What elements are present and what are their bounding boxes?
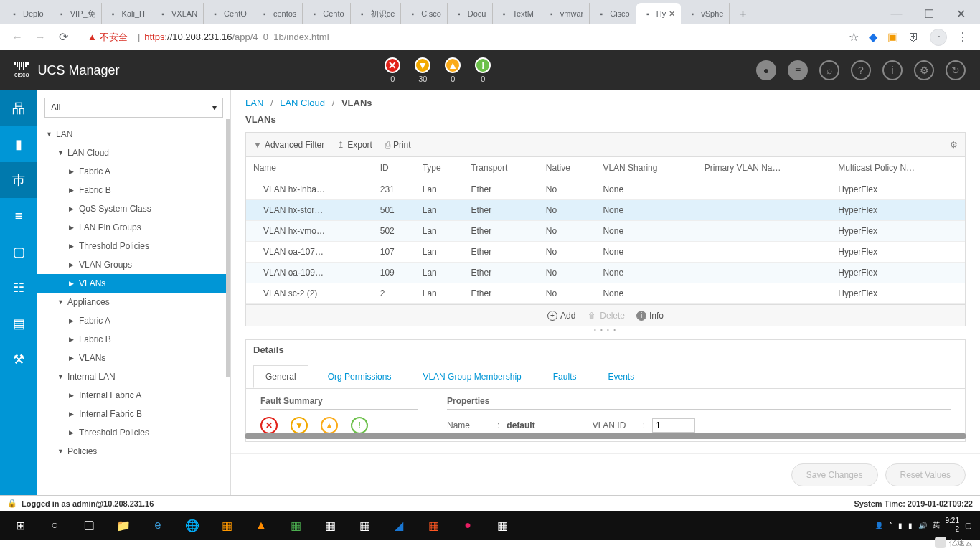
save-changes-button[interactable]: Save Changes: [791, 463, 878, 486]
browser-tab[interactable]: ▪TextM: [493, 3, 540, 24]
tree-item[interactable]: ▼LAN: [37, 125, 230, 143]
column-header[interactable]: Multicast Policy N…: [831, 157, 965, 179]
info-button[interactable]: iInfo: [636, 311, 664, 321]
file-explorer-icon[interactable]: 📁: [106, 511, 141, 540]
cortana-icon[interactable]: ○: [37, 511, 72, 540]
tree-item[interactable]: ▶Internal Fabric B: [37, 405, 230, 423]
vlan-id-input[interactable]: [652, 418, 695, 433]
rail-servers[interactable]: ▮: [0, 126, 37, 162]
task-view-icon[interactable]: ❏: [72, 511, 106, 540]
tree-item[interactable]: ▶Threshold Policies: [37, 423, 230, 442]
start-button[interactable]: ⊞: [3, 511, 37, 540]
reset-values-button[interactable]: Reset Values: [885, 463, 966, 486]
browser-tab[interactable]: ▪初识ce: [351, 3, 402, 24]
profile-avatar[interactable]: r: [930, 29, 947, 46]
splitter-handle[interactable]: • • • •: [231, 326, 980, 332]
tree-item[interactable]: ▼Internal LAN: [37, 367, 230, 386]
tray-volume-icon[interactable]: 🔊: [918, 522, 927, 529]
rail-san[interactable]: ≡: [0, 198, 37, 234]
tray-network-icon[interactable]: ▮: [908, 522, 913, 529]
tray-ime[interactable]: 英: [933, 520, 940, 530]
column-header[interactable]: Native: [539, 157, 596, 179]
browser-tab[interactable]: ▪Cisco: [590, 3, 636, 24]
calendar-icon[interactable]: ▦: [278, 511, 313, 540]
chrome-icon[interactable]: 🌐: [175, 511, 209, 540]
column-header[interactable]: ID: [373, 157, 415, 179]
column-header[interactable]: VLAN Sharing: [595, 157, 697, 179]
tray-clock[interactable]: 9:21 2: [946, 517, 959, 534]
maximize-button[interactable]: ☐: [913, 3, 945, 24]
app-icon-3[interactable]: ●: [451, 511, 485, 540]
new-tab-button[interactable]: +: [732, 4, 753, 24]
menu-icon[interactable]: ⋮: [957, 30, 969, 44]
tray-people-icon[interactable]: 👤: [875, 522, 883, 529]
tree-item[interactable]: ▶Fabric B: [37, 330, 230, 349]
browser-tab[interactable]: ▪Kali_H: [102, 3, 151, 24]
detail-tab[interactable]: VLAN Group Membership: [410, 365, 533, 388]
table-row[interactable]: VLAN oa-109…109LanEtherNoNoneHyperFlex: [246, 263, 965, 283]
rail-admin[interactable]: ⚒: [0, 342, 37, 377]
tree-item[interactable]: ▶VLANs: [37, 349, 230, 367]
vm-icon[interactable]: ▦: [416, 511, 451, 540]
back-button[interactable]: ←: [7, 27, 27, 47]
column-header[interactable]: Primary VLAN Na…: [697, 157, 831, 179]
browser-tab[interactable]: ▪vSphe: [681, 3, 730, 24]
advanced-filter-button[interactable]: ▼Advanced Filter: [253, 140, 324, 150]
tree-item[interactable]: ▼Policies: [37, 442, 230, 461]
fault-minor-icon[interactable]: ▲: [321, 417, 338, 434]
user-icon[interactable]: ●: [756, 60, 776, 80]
fault-major-icon[interactable]: ▼: [291, 417, 308, 434]
address-bar[interactable]: ▲ 不安全 | https ://10.208.231.16 /app/4_0_…: [80, 27, 843, 47]
export-button[interactable]: ↥Export: [337, 140, 372, 150]
browser-tab[interactable]: ▪Docu: [448, 3, 493, 24]
tree-item[interactable]: ▶Internal Fabric A: [37, 386, 230, 405]
minimize-button[interactable]: —: [880, 3, 913, 24]
browser-tab[interactable]: ▪Deplo: [3, 3, 50, 24]
status-indicator[interactable]: !0: [475, 57, 491, 83]
rail-storage[interactable]: ☷: [0, 270, 37, 306]
extension-icon[interactable]: ◆: [869, 30, 877, 44]
tree-item[interactable]: ▶Fabric B: [37, 181, 230, 199]
print-button[interactable]: ⎙Print: [385, 140, 411, 150]
app-icon-2[interactable]: ▦: [347, 511, 382, 540]
detail-tab[interactable]: Events: [595, 365, 646, 388]
table-row[interactable]: VLAN hx-vmo…502LanEtherNoNoneHyperFlex: [246, 221, 965, 242]
browser-tab[interactable]: ▪vmwar: [540, 3, 590, 24]
tray-notification-icon[interactable]: ▢: [965, 522, 971, 529]
tree-item[interactable]: ▼LAN Cloud: [37, 143, 230, 162]
app-icon-1[interactable]: ▦: [313, 511, 347, 540]
sublime-icon[interactable]: ▦: [209, 511, 244, 540]
detail-tab[interactable]: General: [253, 365, 308, 388]
tree-item[interactable]: ▶LAN Pin Groups: [37, 218, 230, 237]
browser-tab[interactable]: ▪Hy✕: [636, 3, 681, 24]
column-header[interactable]: Transport: [463, 157, 538, 179]
info-icon[interactable]: i: [882, 60, 903, 80]
scrollbar-thumb[interactable]: [226, 119, 230, 377]
gear-icon[interactable]: ⚙: [914, 60, 934, 80]
detail-tab[interactable]: Faults: [541, 365, 589, 388]
rail-lan[interactable]: 巿: [0, 162, 37, 198]
extension-icon-2[interactable]: ▣: [887, 30, 898, 44]
browser-tab[interactable]: ▪VXLAN: [151, 3, 204, 24]
ie-icon[interactable]: e: [141, 511, 175, 540]
status-indicator[interactable]: ✕0: [385, 57, 400, 83]
breadcrumb-lan[interactable]: LAN: [245, 98, 263, 108]
table-row[interactable]: VLAN oa-107…107LanEtherNoNoneHyperFlex: [246, 242, 965, 263]
browser-tab[interactable]: ▪CentO: [204, 3, 253, 24]
browser-tab[interactable]: ▪VIP_免: [50, 3, 102, 24]
help-icon[interactable]: ?: [851, 60, 871, 80]
rail-equipment[interactable]: 品: [0, 90, 37, 126]
status-indicator[interactable]: ▲0: [445, 57, 461, 83]
tree-item[interactable]: ▶VLANs: [37, 274, 230, 293]
tray-battery-icon[interactable]: ▮: [898, 522, 903, 529]
wireshark-icon[interactable]: ◢: [382, 511, 416, 540]
reload-button[interactable]: ⟳: [53, 27, 73, 47]
fault-critical-icon[interactable]: ✕: [260, 417, 278, 434]
table-settings-icon[interactable]: ⚙: [950, 140, 958, 150]
refresh-icon[interactable]: ↻: [946, 60, 966, 80]
tree-filter-dropdown[interactable]: All ▾: [44, 98, 223, 118]
fault-warning-icon[interactable]: !: [351, 417, 368, 434]
bookmark-icon[interactable]: ☆: [849, 30, 859, 44]
table-row[interactable]: VLAN sc-2 (2)2LanEtherNoNoneHyperFlex: [246, 283, 965, 304]
table-row[interactable]: VLAN hx-inba…231LanEtherNoNoneHyperFlex: [246, 179, 965, 200]
